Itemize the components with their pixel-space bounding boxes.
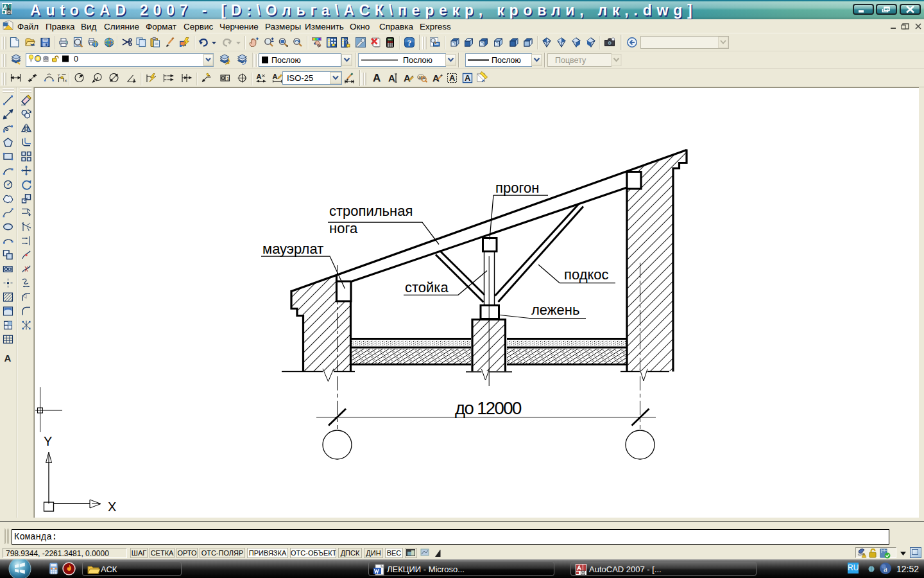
svg-text:X: X: [108, 500, 116, 514]
svg-text:A: A: [388, 73, 395, 83]
svg-text:прогон: прогон: [495, 180, 539, 196]
svg-text:стойка: стойка: [405, 279, 449, 295]
svg-text:?: ?: [407, 38, 412, 48]
svg-text:Послою: Послою: [403, 56, 432, 65]
svg-text:ISO-25: ISO-25: [287, 73, 313, 83]
svg-text:X: X: [65, 79, 67, 83]
svg-text:мауэрлат: мауэрлат: [262, 241, 323, 257]
svg-text:до 12000: до 12000: [455, 398, 522, 418]
svg-text:лежень: лежень: [531, 302, 579, 318]
svg-text:Послою: Послою: [271, 56, 301, 65]
svg-text:A: A: [373, 72, 381, 84]
svg-text:a: a: [884, 564, 887, 574]
svg-text:нога: нога: [329, 220, 358, 236]
svg-text:стропильная: стропильная: [329, 203, 413, 219]
svg-text:Послою: Послою: [492, 56, 521, 65]
svg-text:A: A: [4, 353, 12, 363]
svg-text:Y: Y: [58, 73, 60, 77]
svg-text:A: A: [465, 73, 471, 83]
svg-text:0: 0: [74, 55, 78, 64]
svg-text:A: A: [404, 73, 411, 83]
svg-text:Y: Y: [44, 434, 52, 448]
svg-text:1: 1: [227, 76, 230, 82]
svg-text:A: A: [273, 73, 278, 80]
svg-text:A: A: [257, 73, 262, 80]
svg-text:Поцвету: Поцвету: [555, 56, 586, 65]
svg-text:A: A: [449, 73, 456, 83]
svg-text:подкос: подкос: [564, 267, 609, 283]
